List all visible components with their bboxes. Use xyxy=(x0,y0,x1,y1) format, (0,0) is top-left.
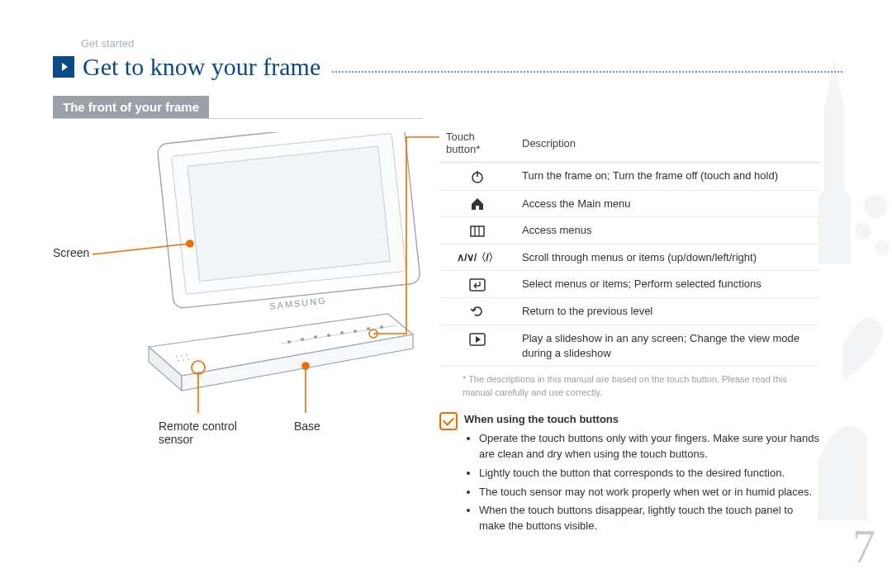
table-cell-desc: Scroll through menus or items (up/down/l… xyxy=(515,244,819,271)
svg-line-22 xyxy=(93,244,190,254)
section-underline xyxy=(53,118,423,119)
label-screen: Screen xyxy=(53,246,89,259)
table-row: Select menus or items; Perform selected … xyxy=(439,271,819,298)
list-item: Operate the touch buttons only with your… xyxy=(479,431,819,462)
callout-lines xyxy=(83,132,413,429)
table-cell-desc: Return to the previous level xyxy=(515,297,819,325)
power-icon xyxy=(470,169,485,184)
page-title-bar: Get to know your frame xyxy=(53,53,842,81)
touch-button-table: Touch button* Description Turn the frame… xyxy=(439,126,819,367)
list-item: When the touch buttons disappear, lightl… xyxy=(479,503,819,534)
svg-rect-33 xyxy=(471,226,484,236)
svg-rect-36 xyxy=(470,279,485,291)
table-row: Access menus xyxy=(439,217,819,244)
page-number: 7 xyxy=(852,520,875,573)
list-item: Lightly touch the button that correspond… xyxy=(479,466,819,481)
table-cell-desc: Access the Main menu xyxy=(515,190,819,217)
tips-heading: When using the touch buttons xyxy=(464,412,819,428)
table-row: Play a slideshow in an any screen; Chang… xyxy=(439,325,819,367)
svg-rect-0 xyxy=(824,107,844,198)
breadcrumb: Get started xyxy=(81,37,134,50)
enter-icon xyxy=(469,278,486,292)
table-cell-desc: Play a slideshow in an any screen; Chang… xyxy=(515,325,819,367)
svg-point-2 xyxy=(855,223,871,239)
play-icon xyxy=(469,333,486,346)
arrows-icon: ∧/∨/〈/〉 xyxy=(439,244,515,271)
table-row: Return to the previous level xyxy=(439,297,819,325)
tips-block: When using the touch buttons Operate the… xyxy=(439,412,819,534)
product-diagram: SAMSUNG Screen Remote control sensor Bas… xyxy=(83,132,413,413)
home-icon xyxy=(470,197,485,211)
check-box-icon xyxy=(439,412,458,430)
svg-point-3 xyxy=(875,240,890,255)
table-row: Turn the frame on; Turn the frame off (t… xyxy=(439,163,819,191)
table-header-desc: Description xyxy=(515,126,819,163)
back-icon xyxy=(470,304,485,319)
section-heading: The front of your frame xyxy=(53,96,209,118)
table-cell-desc: Access menus xyxy=(515,217,819,244)
table-cell-desc: Select menus or items; Perform selected … xyxy=(515,271,819,298)
label-remote-sensor: Remote control sensor xyxy=(159,420,237,446)
table-header-button: Touch button* xyxy=(439,126,515,163)
title-accent-icon xyxy=(53,56,74,78)
title-dotted-rule xyxy=(332,71,842,73)
menu-icon xyxy=(470,225,485,237)
label-base: Base xyxy=(294,420,320,433)
table-row: Access the Main menu xyxy=(439,190,819,217)
page-title: Get to know your frame xyxy=(83,53,332,81)
list-item: The touch sensor may not work properly w… xyxy=(479,485,819,500)
svg-point-29 xyxy=(304,364,306,367)
table-cell-desc: Turn the frame on; Turn the frame off (t… xyxy=(515,163,819,191)
table-footnote: * The descriptions in this manual are ba… xyxy=(439,367,819,399)
svg-point-1 xyxy=(864,195,887,218)
svg-point-24 xyxy=(188,242,191,244)
table-row: ∧/∨/〈/〉 Scroll through menus or items (u… xyxy=(439,244,819,271)
